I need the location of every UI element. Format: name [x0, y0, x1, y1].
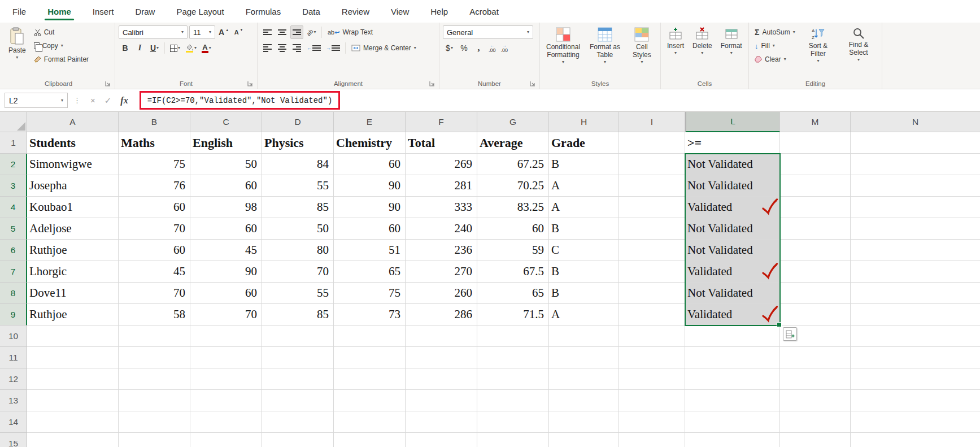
cell-M13[interactable]: [780, 390, 851, 411]
cell-H5[interactable]: B: [549, 218, 619, 240]
cell-I10[interactable]: [619, 326, 685, 347]
align-top-button[interactable]: [261, 25, 274, 39]
menu-tab-help[interactable]: Help: [429, 1, 449, 22]
number-dialog-launcher-icon[interactable]: [530, 81, 535, 86]
cell-M5[interactable]: [780, 218, 851, 240]
cell-D4[interactable]: 85: [262, 197, 334, 218]
align-left-button[interactable]: [261, 41, 274, 55]
cell-C6[interactable]: 45: [190, 240, 262, 261]
cell-B13[interactable]: [119, 390, 190, 411]
cut-button[interactable]: Cut: [32, 25, 91, 39]
cell-F2[interactable]: 269: [406, 154, 477, 175]
cell-C7[interactable]: 90: [190, 261, 262, 283]
cell-E6[interactable]: 51: [334, 240, 406, 261]
fill-handle[interactable]: [777, 322, 782, 327]
cell-A5[interactable]: Adeljose: [27, 218, 119, 240]
menu-tab-formulas[interactable]: Formulas: [245, 1, 282, 22]
cell-A9[interactable]: Ruthjoe: [27, 304, 119, 326]
cell-N1[interactable]: [851, 132, 980, 154]
column-header-l[interactable]: L: [685, 112, 780, 132]
cell-A7[interactable]: Lhorgic: [27, 261, 119, 283]
cell-I2[interactable]: [619, 154, 685, 175]
clear-button[interactable]: Clear ▾: [752, 53, 798, 66]
cell-M1[interactable]: [780, 132, 851, 154]
cell-A15[interactable]: [27, 433, 119, 447]
cell-I3[interactable]: [619, 175, 685, 197]
cell-styles-button[interactable]: Cell Styles ▾: [627, 25, 657, 66]
cell-D5[interactable]: 50: [262, 218, 334, 240]
cell-H15[interactable]: [549, 433, 619, 447]
cell-H13[interactable]: [549, 390, 619, 411]
cell-B9[interactable]: 58: [119, 304, 190, 326]
cell-H11[interactable]: [549, 347, 619, 368]
name-box[interactable]: L2 ▾: [5, 93, 68, 108]
comma-format-button[interactable]: ,: [472, 41, 485, 55]
row-header-4[interactable]: 4: [0, 197, 27, 218]
cell-H3[interactable]: A: [549, 175, 619, 197]
cell-G9[interactable]: 71.5: [477, 304, 549, 326]
cell-A2[interactable]: Simonwigwe: [27, 154, 119, 175]
cell-A6[interactable]: Ruthjoe: [27, 240, 119, 261]
cell-C13[interactable]: [190, 390, 262, 411]
cell-L12[interactable]: [685, 368, 780, 390]
cell-H8[interactable]: B: [549, 283, 619, 304]
column-header-a[interactable]: A: [27, 112, 119, 132]
cell-B15[interactable]: [119, 433, 190, 447]
cell-H14[interactable]: [549, 411, 619, 433]
cell-F1[interactable]: Total: [406, 132, 477, 154]
menu-tab-data[interactable]: Data: [301, 1, 321, 22]
cell-D3[interactable]: 55: [262, 175, 334, 197]
cell-B12[interactable]: [119, 368, 190, 390]
cell-E5[interactable]: 60: [334, 218, 406, 240]
cell-N15[interactable]: [851, 433, 980, 447]
cell-E4[interactable]: 90: [334, 197, 406, 218]
row-header-7[interactable]: 7: [0, 261, 27, 283]
cell-L13[interactable]: [685, 390, 780, 411]
cell-G6[interactable]: 59: [477, 240, 549, 261]
font-size-select[interactable]: 11 ▾: [189, 25, 215, 39]
cell-I7[interactable]: [619, 261, 685, 283]
cell-I4[interactable]: [619, 197, 685, 218]
cell-L15[interactable]: [685, 433, 780, 447]
row-header-13[interactable]: 13: [0, 390, 27, 411]
align-bottom-button[interactable]: [290, 25, 303, 39]
cell-F10[interactable]: [406, 326, 477, 347]
cell-C5[interactable]: 60: [190, 218, 262, 240]
cell-M6[interactable]: [780, 240, 851, 261]
bold-button[interactable]: B: [119, 41, 132, 55]
cell-F7[interactable]: 270: [406, 261, 477, 283]
row-header-12[interactable]: 12: [0, 368, 27, 390]
cell-C9[interactable]: 70: [190, 304, 262, 326]
cell-F11[interactable]: [406, 347, 477, 368]
currency-format-button[interactable]: $▾: [443, 41, 456, 55]
increase-decimal-button[interactable]: ←.00: [487, 43, 498, 54]
cell-I11[interactable]: [619, 347, 685, 368]
cell-N10[interactable]: [851, 326, 980, 347]
cell-C11[interactable]: [190, 347, 262, 368]
cell-N8[interactable]: [851, 283, 980, 304]
cell-A4[interactable]: Koubao1: [27, 197, 119, 218]
cell-L5[interactable]: Not Validated: [685, 218, 780, 240]
sort-filter-button[interactable]: A Z Sort & Filter ▾: [800, 25, 836, 65]
cell-B14[interactable]: [119, 411, 190, 433]
cell-C1[interactable]: English: [190, 132, 262, 154]
fill-button[interactable]: ↓ Fill ▾: [752, 39, 798, 53]
cell-F9[interactable]: 286: [406, 304, 477, 326]
number-format-select[interactable]: General ▾: [443, 25, 533, 39]
enter-button[interactable]: ✓: [104, 96, 112, 106]
autosum-button[interactable]: Σ AutoSum ▾: [752, 25, 798, 39]
cell-D10[interactable]: [262, 326, 334, 347]
formula-input[interactable]: =IF(C2>=70,"Validated","Not Validated"): [147, 96, 333, 105]
cancel-button[interactable]: ×: [90, 96, 95, 105]
cell-A3[interactable]: Josepha: [27, 175, 119, 197]
cell-A8[interactable]: Dove11: [27, 283, 119, 304]
cell-G10[interactable]: [477, 326, 549, 347]
cell-D9[interactable]: 85: [262, 304, 334, 326]
cell-L2[interactable]: Not Validated: [685, 154, 780, 175]
cell-N6[interactable]: [851, 240, 980, 261]
format-as-table-button[interactable]: Format as Table ▾: [586, 25, 624, 66]
cell-E2[interactable]: 60: [334, 154, 406, 175]
select-all-button[interactable]: [0, 112, 27, 132]
cell-G12[interactable]: [477, 368, 549, 390]
cell-L6[interactable]: Not Validated: [685, 240, 780, 261]
